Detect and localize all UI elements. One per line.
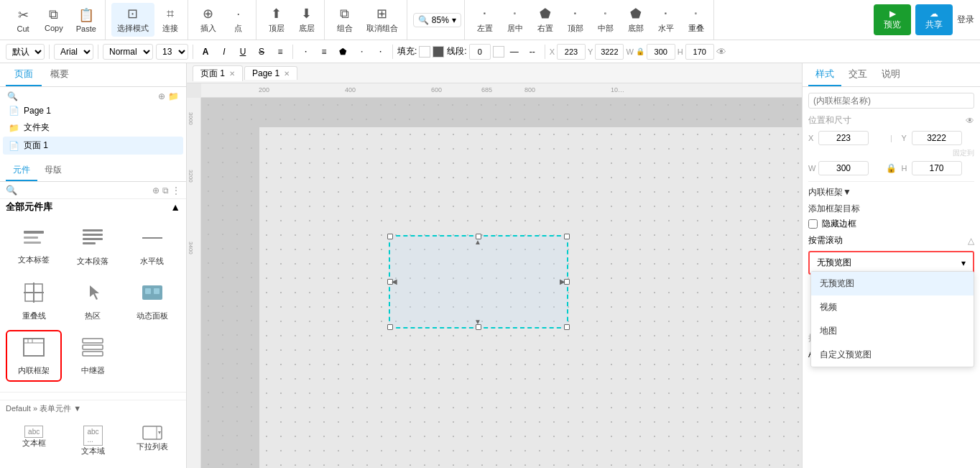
italic-button[interactable]: I	[216, 44, 232, 60]
bottom-layer-button[interactable]: ⬇ 底层	[292, 3, 321, 37]
page-item-folder[interactable]: 📁 文件夹	[3, 119, 183, 137]
tab-master[interactable]: 母版	[37, 160, 69, 181]
hide-border-checkbox[interactable]	[808, 219, 818, 229]
group-button[interactable]: ⧉ 组合	[330, 4, 359, 37]
more-align[interactable]: ⬝	[372, 44, 388, 60]
bold-button[interactable]: A	[198, 44, 213, 60]
canvas-background[interactable]: ◀ ▶ ▲ ▼	[201, 98, 802, 468]
iframe-widget[interactable]: ◀ ▶ ▲ ▼	[389, 235, 568, 329]
size-select[interactable]: 13	[156, 44, 188, 60]
folder-icon[interactable]: 📁	[168, 91, 179, 101]
tab-interact[interactable]: 交互	[841, 63, 874, 86]
top-layer-button[interactable]: ⬆ 顶层	[262, 3, 291, 37]
aspect-lock[interactable]: 🔒	[884, 163, 899, 173]
weight-select[interactable]: Normal	[103, 44, 153, 60]
h-input[interactable]	[685, 44, 714, 60]
handle-br[interactable]	[564, 324, 570, 330]
dot-button[interactable]: · 点	[224, 4, 253, 37]
h-size-input[interactable]	[912, 161, 962, 175]
x-pos-input[interactable]	[818, 131, 869, 145]
comp-scroll-up[interactable]: ▲	[170, 201, 180, 213]
w-input[interactable]	[647, 44, 675, 60]
canvas-tab-page1[interactable]: 页面 1 ✕	[193, 65, 243, 81]
scroll-toggle-icon[interactable]: △	[968, 236, 974, 246]
canvas-tab-page2[interactable]: Page 1 ✕	[244, 66, 297, 80]
page-search-input[interactable]	[21, 91, 155, 101]
stroke-style2[interactable]: --	[524, 44, 540, 60]
cut-button[interactable]: ✂ Cut	[9, 4, 37, 36]
bullet-button[interactable]: ≡	[272, 44, 288, 60]
preview-option-map[interactable]: 地图	[811, 319, 974, 343]
login-button[interactable]: 登录	[957, 14, 974, 26]
underline-button[interactable]: U	[235, 44, 251, 60]
tab-desc[interactable]: 说明	[874, 63, 907, 86]
add-page-icon[interactable]: ⊕	[158, 91, 165, 101]
tab-style[interactable]: 样式	[808, 63, 841, 86]
page-canvas-surface[interactable]: ◀ ▶ ▲ ▼	[259, 127, 802, 468]
y-input[interactable]	[595, 44, 624, 60]
iframe-name-input[interactable]	[808, 93, 974, 109]
comp-more-icon[interactable]: ⋮	[172, 185, 180, 196]
font-select[interactable]: Arial	[54, 44, 93, 60]
fill-color[interactable]	[419, 46, 430, 58]
insert-button[interactable]: ⊕ 插入	[194, 3, 223, 37]
paste-button[interactable]: 📋 Paste	[70, 4, 102, 36]
w-size-input[interactable]	[818, 161, 869, 175]
tab-overview[interactable]: 概要	[42, 63, 78, 86]
visibility-eye-icon[interactable]: 👁	[966, 116, 974, 126]
ungroup-button[interactable]: ⊞ 取消组合	[361, 3, 404, 37]
comp-copy-icon[interactable]: ⧉	[162, 185, 169, 196]
y-pos-input[interactable]	[912, 131, 962, 145]
align-bottom-button[interactable]: ⬟ 底部	[621, 3, 650, 37]
align-center-text[interactable]: ≡	[316, 44, 332, 60]
page-item-page1[interactable]: 📄 Page 1	[3, 103, 183, 119]
stroke-value[interactable]	[469, 44, 491, 60]
tab-component[interactable]: 元件	[6, 160, 37, 181]
comp-text-para[interactable]: 文本段落	[65, 221, 121, 272]
strikethrough-button[interactable]: S	[254, 44, 269, 60]
fill-solid[interactable]	[433, 46, 444, 58]
handle-bl[interactable]	[387, 324, 393, 330]
x-input[interactable]	[557, 44, 586, 60]
preview-option-video[interactable]: 视频	[811, 295, 974, 319]
comp-repeat[interactable]: 重叠线	[6, 275, 62, 327]
tab-page[interactable]: 页面	[6, 63, 42, 86]
preview-option-none[interactable]: 无预览图	[811, 272, 974, 295]
preview-button[interactable]: ▶ 预览	[874, 4, 911, 35]
visibility-icon[interactable]: 👁	[716, 46, 726, 58]
distribute-v-button[interactable]: ⬞ 重叠	[682, 4, 711, 37]
comp-text-label[interactable]: 文本标签	[6, 221, 62, 272]
comp-hotspot[interactable]: 热区	[65, 275, 121, 327]
align-left-text[interactable]: ⬝	[297, 44, 313, 60]
comp-iframe[interactable]: 内联框架	[6, 330, 62, 382]
comp-add-icon[interactable]: ⊕	[152, 185, 160, 196]
comp-repeater[interactable]: 中继器	[65, 330, 121, 382]
style-select[interactable]: 默认	[6, 44, 45, 60]
justify-text[interactable]: ⬞	[353, 44, 369, 60]
stroke-color[interactable]	[493, 46, 504, 58]
select-mode-button[interactable]: ⊡ 选择模式	[111, 3, 154, 37]
align-middle-button[interactable]: ⬞ 中部	[591, 4, 620, 37]
align-left-button[interactable]: ⬝ 左置	[471, 4, 499, 37]
close-tab2[interactable]: ✕	[284, 70, 290, 78]
handle-tl[interactable]	[387, 234, 393, 239]
comp-dynamic-panel[interactable]: 动态面板	[124, 275, 180, 327]
stroke-style1[interactable]: —	[507, 44, 522, 60]
zoom-control[interactable]: 🔍 85% ▾	[413, 13, 461, 27]
copy-button[interactable]: ⧉ Copy	[39, 4, 69, 35]
preview-option-custom[interactable]: 自定义预览图	[811, 343, 974, 367]
align-center-button[interactable]: ⬞ 居中	[501, 4, 530, 37]
comp-hline[interactable]: 水平线	[124, 221, 180, 272]
align-right-text[interactable]: ⬟	[335, 44, 351, 60]
comp-search-input[interactable]	[20, 185, 149, 196]
default-section-label[interactable]: Default » 表单元件 ▼	[0, 400, 186, 417]
connect-button[interactable]: ⌗ 连接	[156, 4, 185, 37]
align-right-button[interactable]: ⬟ 右置	[531, 3, 560, 37]
add-target-row[interactable]: 添加框架目标	[808, 203, 974, 215]
comp-textarea[interactable]: abc... 文本域	[65, 420, 121, 462]
distribute-h-button[interactable]: ⬝ 水平	[652, 4, 680, 37]
close-tab1[interactable]: ✕	[229, 70, 235, 78]
handle-tr[interactable]	[564, 234, 570, 239]
page-item-page-active[interactable]: 📄 页面 1	[3, 137, 183, 155]
align-top-button[interactable]: ⬝ 顶部	[561, 4, 590, 37]
